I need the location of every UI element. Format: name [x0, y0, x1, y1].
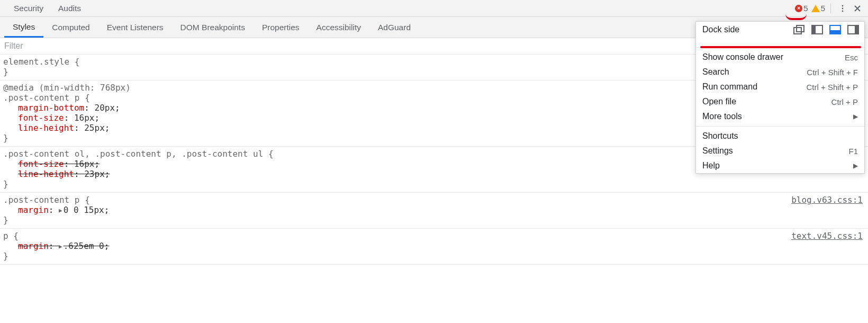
css-rule[interactable]: text.v45.css:1 p { margin: ▶.625em 0; } [0, 229, 868, 265]
svg-rect-8 [830, 30, 840, 34]
close-icon [853, 4, 862, 13]
rule-close: } [3, 133, 8, 143]
menu-shortcut: Ctrl + Shift + F [807, 68, 858, 77]
tab-adguard[interactable]: AdGuard [369, 19, 419, 37]
dock-undock-button[interactable] [793, 25, 805, 34]
kebab-menu-button[interactable] [835, 1, 850, 16]
menu-more-tools[interactable]: More tools ▶ [696, 109, 864, 124]
menu-open-file[interactable]: Open file Ctrl + P [696, 94, 864, 109]
annotation-underline [700, 46, 861, 48]
expand-triangle-icon[interactable]: ▶ [59, 207, 62, 214]
css-val: 25px [84, 123, 105, 133]
rule-selector: .post-content p { [3, 93, 90, 103]
svg-rect-4 [797, 25, 804, 32]
tab-accessibility[interactable]: Accessibility [308, 19, 369, 37]
menu-separator [696, 126, 864, 127]
svg-rect-10 [855, 25, 858, 34]
menu-label: Show console drawer [702, 52, 783, 62]
svg-point-1 [842, 7, 844, 9]
error-icon: × [795, 5, 802, 12]
css-val: .625em 0 [64, 241, 104, 251]
css-prop: margin [18, 241, 49, 251]
css-prop: font-size [18, 159, 64, 169]
menu-label: Help [702, 161, 720, 171]
expand-triangle-icon[interactable]: ▶ [59, 243, 62, 250]
rule-close: } [3, 215, 8, 225]
submenu-arrow-icon: ▶ [853, 162, 858, 169]
menu-show-console-drawer[interactable]: Show console drawer Esc [696, 50, 864, 65]
rule-selector: p { [3, 231, 19, 241]
rule-selector: element.style { [3, 57, 80, 67]
menu-help[interactable]: Help ▶ [696, 158, 864, 173]
warning-icon [811, 5, 820, 12]
menu-shortcut: F1 [848, 147, 858, 156]
rule-close: } [3, 251, 8, 261]
css-prop: margin-bottom [18, 103, 84, 113]
dock-right-button[interactable] [847, 25, 859, 34]
css-val: 16px [74, 159, 95, 169]
css-val: 16px [74, 113, 95, 123]
svg-rect-3 [794, 28, 801, 34]
rule-selector: .post-content ol, .post-content p, .post… [3, 149, 274, 159]
dock-side-row: Dock side [696, 22, 864, 40]
dock-left-icon [811, 25, 823, 34]
devtools-topbar: Security Audits × 5 5 [0, 0, 868, 17]
css-val: 23px [84, 169, 105, 179]
tab-computed[interactable]: Computed [43, 19, 98, 37]
tab-audits[interactable]: Audits [51, 2, 88, 15]
tab-properties[interactable]: Properties [254, 19, 308, 37]
css-val: 20px [95, 103, 115, 113]
close-devtools-button[interactable] [850, 1, 865, 16]
menu-shortcut: Ctrl + P [831, 97, 858, 106]
rule-close: } [3, 179, 8, 189]
svg-rect-6 [812, 25, 816, 34]
warning-count[interactable]: 5 [810, 4, 826, 13]
rule-source-link[interactable]: text.v45.css:1 [791, 231, 863, 241]
error-count[interactable]: × 5 [794, 4, 809, 13]
menu-settings[interactable]: Settings F1 [696, 143, 864, 158]
dock-right-icon [847, 25, 859, 34]
menu-label: More tools [702, 112, 742, 121]
warning-count-value: 5 [821, 4, 825, 13]
tab-dom-breakpoints[interactable]: DOM Breakpoints [172, 19, 254, 37]
rule-selector: .post-content p { [3, 195, 90, 205]
undock-icon [793, 25, 805, 34]
dock-left-button[interactable] [811, 25, 823, 34]
css-prop: line-height [18, 123, 74, 133]
menu-label: Run command [702, 82, 757, 92]
menu-label: Shortcuts [702, 131, 738, 141]
rule-close: } [3, 67, 8, 77]
css-rule[interactable]: blog.v63.css:1 .post-content p { margin:… [0, 193, 868, 229]
dock-bottom-button[interactable] [829, 25, 841, 34]
dock-bottom-icon [829, 25, 841, 34]
more-vertical-icon [838, 4, 847, 13]
annotation-curve [785, 14, 807, 20]
svg-point-2 [842, 10, 844, 12]
menu-shortcut: Esc [845, 53, 858, 62]
css-declaration[interactable]: margin: ▶.625em 0; [3, 241, 865, 251]
menu-label: Settings [702, 146, 733, 156]
dock-side-label: Dock side [702, 25, 739, 34]
menu-search[interactable]: Search Ctrl + Shift + F [696, 65, 864, 79]
menu-label: Search [702, 67, 729, 77]
tab-event-listeners[interactable]: Event Listeners [98, 19, 172, 37]
error-count-value: 5 [803, 4, 808, 13]
menu-run-command[interactable]: Run command Ctrl + Shift + P [696, 79, 864, 94]
rule-source-link[interactable]: blog.v63.css:1 [791, 195, 863, 205]
css-prop: font-size [18, 113, 64, 123]
menu-shortcut: Ctrl + Shift + P [806, 83, 858, 92]
css-prop: line-height [18, 169, 74, 179]
css-declaration[interactable]: margin: ▶0 0 15px; [3, 205, 865, 215]
css-val: 0 0 15px [64, 205, 104, 215]
menu-label: Open file [702, 97, 736, 106]
devtools-main-menu: Dock side Show console drawer Esc Search… [695, 21, 865, 174]
tab-styles[interactable]: Styles [4, 18, 43, 38]
status-group: × 5 5 [794, 4, 826, 13]
submenu-arrow-icon: ▶ [853, 113, 858, 120]
svg-point-0 [842, 5, 844, 6]
css-prop: margin [18, 205, 49, 215]
tab-security[interactable]: Security [6, 2, 51, 15]
divider [830, 4, 831, 13]
menu-shortcuts[interactable]: Shortcuts [696, 129, 864, 143]
